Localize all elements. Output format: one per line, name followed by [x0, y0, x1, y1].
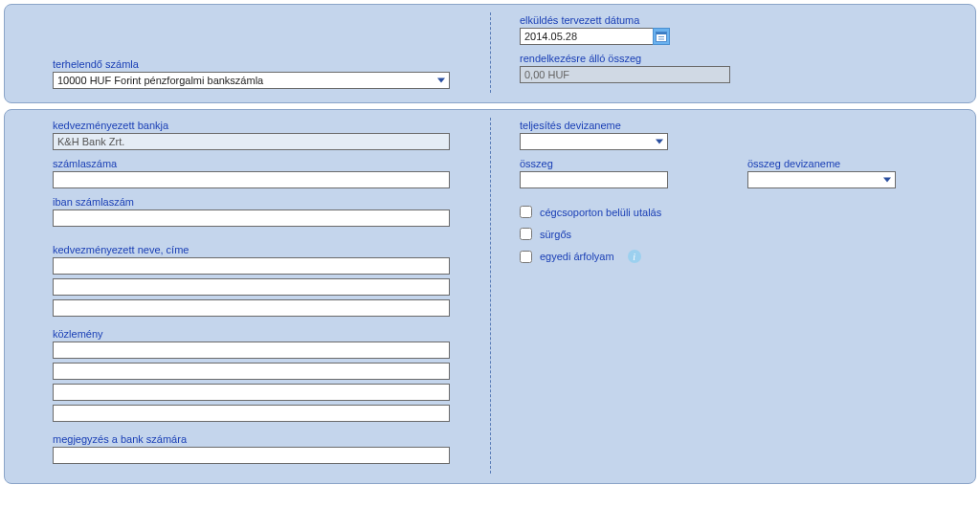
- remittance-line2[interactable]: [53, 363, 450, 380]
- available-amount-value: 0,00 HUF: [524, 69, 569, 80]
- remittance-label: közlemény: [53, 328, 471, 340]
- remittance-line3[interactable]: [53, 384, 450, 401]
- details-left-column: kedvezményezett bankja K&H Bank Zrt. szá…: [14, 118, 490, 474]
- top-left-column: terhelendő számla 10000 HUF Forint pénzf…: [14, 12, 490, 93]
- performance-currency-label: teljesítés devizaneme: [520, 120, 956, 131]
- beneficiary-bank-field: K&H Bank Zrt.: [53, 133, 450, 150]
- debit-account-select[interactable]: 10000 HUF Forint pénzforgalmi bankszámla: [53, 72, 450, 89]
- beneficiary-name-line3[interactable]: [53, 299, 450, 317]
- custom-rate-checkbox[interactable]: [520, 251, 532, 263]
- chevron-down-icon: [437, 78, 445, 83]
- beneficiary-name-line1[interactable]: [53, 257, 450, 275]
- bank-note-label: megjegyzés a bank számára: [53, 433, 471, 445]
- planned-date-value: 2014.05.28: [524, 31, 577, 42]
- beneficiary-bank-value: K&H Bank Zrt.: [57, 136, 124, 147]
- planned-date-input[interactable]: 2014.05.28: [520, 28, 654, 45]
- urgent-label: sürgős: [540, 229, 571, 240]
- amount-currency-label: összeg devizaneme: [747, 158, 956, 169]
- amount-input[interactable]: [520, 171, 668, 188]
- available-amount-label: rendelkezésre álló összeg: [520, 53, 956, 64]
- planned-date-label: elküldés tervezett dátuma: [520, 14, 956, 26]
- svg-rect-1: [657, 33, 667, 35]
- intragroup-label: cégcsoporton belüli utalás: [540, 207, 661, 218]
- remittance-line1[interactable]: [53, 342, 450, 359]
- urgent-checkbox[interactable]: [520, 228, 532, 240]
- calendar-button[interactable]: [653, 28, 670, 45]
- debit-account-value: 10000 HUF Forint pénzforgalmi bankszámla: [57, 75, 263, 86]
- details-panel: kedvezményezett bankja K&H Bank Zrt. szá…: [4, 109, 976, 484]
- available-amount-value-field: 0,00 HUF: [520, 66, 730, 83]
- custom-rate-label: egyedi árfolyam: [540, 251, 614, 262]
- details-right-column: teljesítés devizaneme összeg összeg devi…: [490, 118, 966, 474]
- intragroup-checkbox[interactable]: [520, 206, 532, 218]
- bank-note-input[interactable]: [53, 447, 450, 464]
- chevron-down-icon: [883, 178, 891, 183]
- calendar-icon: [656, 31, 667, 42]
- remittance-line4[interactable]: [53, 405, 450, 422]
- performance-currency-select[interactable]: [520, 133, 668, 150]
- beneficiary-name-line2[interactable]: [53, 278, 450, 296]
- amount-label: összeg: [520, 158, 728, 169]
- beneficiary-bank-label: kedvezményezett bankja: [53, 120, 471, 131]
- debit-account-label: terhelendő számla: [53, 58, 471, 70]
- top-right-column: elküldés tervezett dátuma 2014.05.28: [490, 12, 966, 93]
- info-icon[interactable]: i: [628, 250, 641, 263]
- account-number-label: számlaszáma: [53, 158, 471, 169]
- top-panel: terhelendő számla 10000 HUF Forint pénzf…: [4, 4, 976, 103]
- chevron-down-icon: [656, 140, 663, 144]
- amount-currency-select[interactable]: [747, 171, 896, 188]
- beneficiary-name-label: kedvezményezett neve, címe: [53, 244, 471, 255]
- iban-label: iban számlaszám: [53, 196, 471, 208]
- account-number-input[interactable]: [53, 171, 450, 188]
- iban-input[interactable]: [53, 209, 450, 227]
